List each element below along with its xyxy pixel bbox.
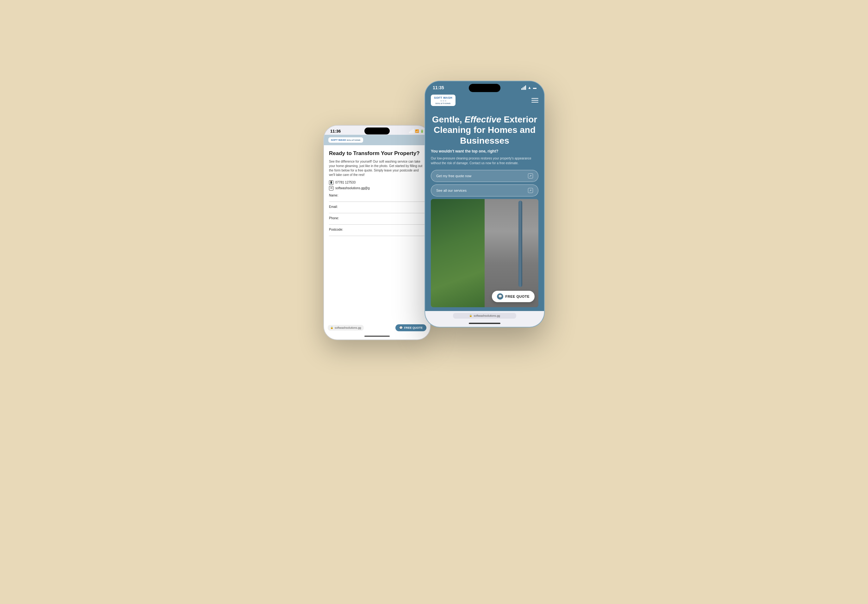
hero-subtitle: You wouldn't want the top one, right?: [431, 149, 538, 154]
tree-overlay: [431, 199, 490, 307]
wifi-icon-front: ▲: [528, 85, 532, 90]
email-icon: ✉: [329, 186, 333, 191]
bar4: [413, 129, 414, 133]
logo-wave: ～～～: [440, 99, 446, 102]
fbar1: [521, 88, 522, 90]
name-field: Name:: [329, 194, 425, 202]
wifi-icon-back: 📶: [415, 129, 419, 133]
email-label: Email:: [329, 205, 425, 208]
phone-line: [329, 224, 425, 225]
time-front: 11:35: [433, 85, 444, 90]
logo-top-back: SOFT WASH: [331, 138, 346, 141]
hero-image: 💬 FREE QUOTE: [431, 199, 538, 307]
lock-icon-back: 🔒: [330, 326, 333, 329]
email-address: softwashsolutions.gg@g: [335, 186, 370, 190]
hamburger-line-2: [532, 100, 538, 101]
cta-secondary-button[interactable]: See all our services ↗: [431, 185, 538, 197]
free-quote-button-back[interactable]: 💬 FREE QUOTE: [395, 324, 426, 331]
hero-title-italic: Effective: [464, 115, 501, 124]
bottom-area-front: 🔒 softwashsolutions.gg: [425, 311, 544, 320]
battery-icon-front: ▬: [533, 86, 536, 90]
status-icons-back: 📶 🔋: [409, 129, 424, 133]
free-quote-bubble[interactable]: 💬 FREE QUOTE: [492, 291, 535, 302]
nav-bar-back: SOFT WASH SOLUTIONS: [324, 135, 430, 146]
url-bar-front: 🔒 softwashsolutions.gg: [453, 313, 516, 318]
form-content: Ready to Transform Your Property? See th…: [324, 145, 430, 322]
bar2: [410, 131, 411, 133]
logo-back: SOFT WASH SOLUTIONS: [329, 137, 363, 143]
chat-icon-back: 💬: [399, 326, 403, 329]
postcode-line: [329, 236, 425, 236]
hero-title: Gentle, Effective Exterior Cleaning for …: [431, 114, 538, 146]
phone-back: 11:36 📶 🔋 SOFT WASH SOLUTI: [323, 125, 431, 340]
logo-front: SOFT WASH ～～～ SOLUTIONS: [431, 95, 456, 106]
battery-icon-back: 🔋: [420, 129, 424, 133]
url-front: softwashsolutions.gg: [474, 314, 500, 317]
logo-bottom-back: SOLUTIONS: [347, 139, 361, 141]
url-back: softwashsolutions.gg: [335, 326, 361, 329]
url-bar-back: 🔒 softwashsolutions.gg: [328, 325, 364, 331]
hero-title-normal: Gentle,: [432, 115, 465, 124]
free-quote-bubble-label: FREE QUOTE: [505, 295, 530, 298]
phone-front: 11:35 ▲ ▬ SOFT WASH ～～～: [425, 81, 545, 328]
bar3: [412, 130, 412, 133]
fbar2: [522, 87, 524, 90]
phone-icon: 📱: [329, 180, 333, 185]
postcode-field: Postcode:: [329, 228, 425, 236]
logo-bottom-front: SOLUTIONS: [436, 102, 451, 104]
nav-bar-front: SOFT WASH ～～～ SOLUTIONS: [425, 92, 544, 109]
email-contact: ✉ softwashsolutions.gg@g: [329, 186, 425, 191]
logo-top-front: SOFT WASH: [434, 96, 453, 99]
email-field: Email:: [329, 205, 425, 213]
home-bar-front: [469, 323, 501, 324]
chat-icon-front: 💬: [497, 293, 503, 300]
home-bar-back: [364, 336, 390, 337]
name-line: [329, 202, 425, 202]
hero-description: Our low-pressure cleaning process restor…: [431, 156, 538, 166]
name-label: Name:: [329, 194, 425, 197]
fbar4: [525, 85, 526, 90]
cta-primary-label: Get my free quote now: [436, 174, 471, 178]
hamburger-line-1: [532, 98, 538, 99]
cta-secondary-label: See all our services: [436, 189, 467, 193]
phone-number: 07781 127533: [335, 181, 355, 184]
signal-bars-front: [521, 85, 526, 90]
notch-front: [469, 84, 501, 92]
email-line: [329, 213, 425, 213]
hero-content: Gentle, Effective Exterior Cleaning for …: [425, 109, 544, 311]
lock-icon-front: 🔒: [469, 314, 472, 317]
home-indicator-back: [324, 333, 430, 340]
hamburger-menu[interactable]: [532, 98, 538, 102]
cta-primary-button[interactable]: Get my free quote now ↗: [431, 170, 538, 182]
pipe-overlay: [518, 200, 522, 287]
postcode-label: Postcode:: [329, 228, 425, 231]
status-bar-back: 11:36 📶 🔋: [324, 126, 430, 135]
notch-back: [364, 127, 390, 135]
bar1: [409, 132, 410, 133]
hamburger-line-3: [532, 102, 538, 102]
status-icons-front: ▲ ▬: [521, 85, 536, 90]
home-indicator-front: [425, 320, 544, 327]
phone-contact: 📱 07781 127533: [329, 180, 425, 185]
form-title: Ready to Transform Your Property?: [329, 150, 425, 157]
form-description: See the difference for yourself! Our sof…: [329, 160, 425, 177]
external-link-icon-primary: ↗: [528, 173, 533, 179]
phone-field: Phone:: [329, 216, 425, 225]
time-back: 11:36: [330, 129, 341, 134]
signal-bars-back: [409, 129, 414, 133]
bottom-bar-back: 🔒 softwashsolutions.gg 💬 FREE QUOTE: [324, 322, 430, 333]
scene: 11:36 📶 🔋 SOFT WASH SOLUTI: [323, 81, 545, 524]
free-quote-label-back: FREE QUOTE: [404, 326, 423, 329]
external-link-icon-secondary: ↗: [528, 188, 533, 193]
fbar3: [524, 86, 525, 90]
status-bar-front: 11:35 ▲ ▬: [425, 81, 544, 92]
phone-label: Phone:: [329, 216, 425, 220]
